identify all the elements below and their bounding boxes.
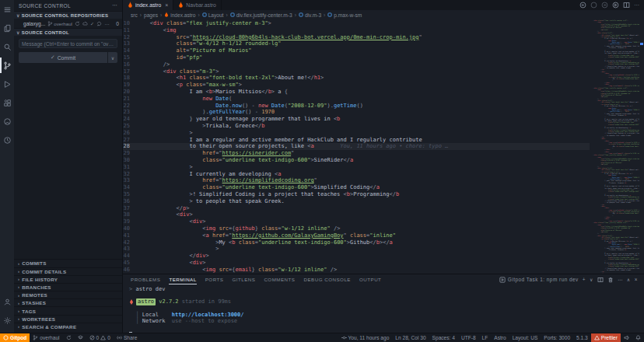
- commit-check-icon[interactable]: ✓: [90, 21, 94, 26]
- code-line[interactable]: 12 src="https://cloud-80hg6b4ls-hack-clu…: [123, 34, 590, 41]
- gitlens-blame-status[interactable]: You, 11 hours ago: [338, 333, 393, 342]
- code-line[interactable]: 25 >Trikala, Greece</b: [123, 123, 590, 130]
- nav-forward-icon[interactable]: [601, 2, 608, 9]
- code-line[interactable]: 36 > to people that speak Greek.: [123, 198, 590, 205]
- remote-indicator[interactable]: Gitpod: [0, 333, 30, 342]
- tree-item-stashes[interactable]: ›STASHES: [14, 298, 122, 306]
- share-status[interactable]: Share: [114, 333, 141, 342]
- code-line[interactable]: 24 } year old teenage programmer that li…: [123, 116, 590, 123]
- panel-tab-terminal[interactable]: TERMINAL: [169, 274, 196, 284]
- commit-message-input[interactable]: Message (Ctrl+Enter to commit on "overh.…: [19, 39, 117, 48]
- settings-gear-icon[interactable]: [0, 311, 14, 330]
- panel-more-icon[interactable]: ⋯: [618, 277, 623, 283]
- source-control-icon[interactable]: [0, 56, 14, 75]
- commit-dropdown[interactable]: ∨: [107, 52, 117, 63]
- code-line[interactable]: 17 <div class="m-3">: [123, 68, 590, 75]
- code-line[interactable]: 13 class="w-4/12 h-1/12 rounded-lg": [123, 40, 590, 47]
- timeline-icon[interactable]: [0, 131, 14, 149]
- tree-item-remotes[interactable]: ›REMOTES: [14, 291, 122, 298]
- panel-tab-ports[interactable]: PORTS: [205, 274, 224, 284]
- run-icon[interactable]: [612, 2, 619, 9]
- repository-row[interactable]: galaxyg... overhaul ✓ ⋯ 0: [14, 19, 122, 28]
- menu-icon[interactable]: [0, 0, 14, 19]
- github-icon[interactable]: [0, 112, 14, 131]
- code-line[interactable]: 28 to their open source projects, like <…: [123, 143, 590, 150]
- split-terminal-icon[interactable]: [597, 277, 604, 283]
- tree-item-commits[interactable]: ›COMMITS: [14, 259, 122, 267]
- new-terminal-icon[interactable]: +: [583, 277, 586, 282]
- refresh-icon[interactable]: [96, 21, 102, 26]
- code-line[interactable]: 19 <p class="max-w-sm">: [123, 82, 590, 89]
- maximize-panel-icon[interactable]: ∧: [627, 277, 631, 282]
- terminal-output[interactable]: > astro devastro v2.7.2 started in 99ms …: [129, 286, 636, 331]
- breadcrumb-item[interactable]: index.astro: [164, 12, 195, 18]
- code-line[interactable]: 43 >: [123, 246, 590, 253]
- close-panel-icon[interactable]: ×: [635, 277, 638, 282]
- code-line[interactable]: 39 <div>: [123, 218, 590, 225]
- search-icon[interactable]: [0, 37, 14, 56]
- breadcrumb-item[interactable]: Layout: [202, 12, 224, 18]
- code-line[interactable]: 30 class="underline text-indigo-600">Sin…: [123, 157, 590, 164]
- notifications-status[interactable]: [632, 333, 644, 342]
- account-icon[interactable]: [0, 292, 14, 311]
- repo-more-icon[interactable]: ⋯: [104, 21, 109, 26]
- tab-index.astro[interactable]: index.astro×: [123, 0, 173, 10]
- problems-status[interactable]: 0 0: [86, 333, 114, 342]
- split-editor-icon[interactable]: [623, 2, 630, 9]
- breadcrumb-item[interactable]: p.max-w-sm: [327, 12, 362, 18]
- code-line[interactable]: 27 I am a regular and active member of H…: [123, 137, 590, 144]
- extension-version[interactable]: 5.1.3: [573, 333, 591, 342]
- tree-item-worktrees[interactable]: ›WORKTREES: [14, 315, 122, 323]
- code-line[interactable]: 20 I am <b>Marios Mitsios</b> a {: [123, 89, 590, 96]
- tree-item-search-compare[interactable]: ›SEARCH & COMPARE: [14, 323, 122, 330]
- feedback-status[interactable]: [621, 333, 632, 342]
- cursor-position[interactable]: Ln 28, Col 30: [392, 333, 429, 342]
- keyboard-layout[interactable]: Layout: US: [509, 333, 541, 342]
- code-line[interactable]: 44 </div>: [123, 253, 590, 260]
- section-repositories[interactable]: ∨ SOURCE CONTROL REPOSITORIES: [14, 11, 122, 19]
- kill-terminal-icon[interactable]: [607, 277, 614, 283]
- code-line[interactable]: 10 <div class="flex justify-center m-3">: [123, 20, 590, 27]
- tree-item-tags[interactable]: ›TAGS: [14, 306, 122, 314]
- code-line[interactable]: 45 <div>: [123, 260, 590, 267]
- code-line[interactable]: 21 new Date(: [123, 96, 590, 103]
- code-line[interactable]: 38 <div>: [123, 211, 590, 218]
- explorer-icon[interactable]: [0, 19, 14, 37]
- tree-item-file-history[interactable]: ›FILE HISTORY: [14, 275, 122, 283]
- code-line[interactable]: 18 <h1 class="font-bold text-2xl">About …: [123, 75, 590, 82]
- code-line[interactable]: 11 <img: [123, 27, 590, 34]
- branch-status[interactable]: overhaul: [30, 333, 62, 342]
- code-line[interactable]: 40 <img src={github} class="w-1/12 inlin…: [123, 225, 590, 232]
- panel-tab-output[interactable]: OUTPUT: [359, 274, 381, 284]
- sync-status[interactable]: [63, 333, 75, 342]
- more-actions-icon[interactable]: ⋯: [634, 2, 639, 9]
- panel-tab-problems[interactable]: PROBLEMS: [131, 274, 160, 284]
- code-line[interactable]: 16 />: [123, 61, 590, 68]
- code-line[interactable]: 41 <a href="https://github.com/GalaxyGam…: [123, 232, 590, 239]
- code-line[interactable]: 34 class="underline text-indigo-600">Sim…: [123, 184, 590, 191]
- terminal-task-dropdown[interactable]: Gitpod Task 1: npm run dev: [499, 277, 579, 283]
- code-line[interactable]: 31 >: [123, 164, 590, 171]
- close-icon[interactable]: ×: [165, 2, 168, 8]
- code-line[interactable]: 29 href="https://sinerider.com": [123, 150, 590, 157]
- panel-tab-debug-console[interactable]: DEBUG CONSOLE: [303, 274, 350, 284]
- indentation[interactable]: Spaces: 4: [429, 333, 458, 342]
- breadcrumb-item[interactable]: div.m-3: [299, 12, 321, 18]
- sync-icon[interactable]: [75, 21, 80, 26]
- code-line[interactable]: 15 id="pfp": [123, 54, 590, 61]
- panel-tab-gitlens[interactable]: GITLENS: [232, 274, 255, 284]
- nav-circle-icon[interactable]: [590, 2, 597, 9]
- layers-status[interactable]: [75, 333, 86, 342]
- breadcrumb-item[interactable]: div.flex.justify-center.m-3: [230, 12, 292, 18]
- breadcrumb-item[interactable]: pages: [144, 12, 158, 18]
- encoding[interactable]: UTF-8: [458, 333, 479, 342]
- tree-item-commit-details[interactable]: ›COMMIT DETAILS: [14, 267, 122, 275]
- breadcrumb-item[interactable]: src: [131, 12, 138, 18]
- code-line[interactable]: 42 >My <b class="underline text-indigo-6…: [123, 239, 590, 246]
- prettier-status[interactable]: Prettier: [591, 333, 621, 342]
- panel-tab-comments[interactable]: COMMENTS: [264, 274, 295, 284]
- section-source-control[interactable]: ∨ SOURCE CONTROL: [14, 28, 122, 36]
- cloud-icon[interactable]: [82, 21, 88, 26]
- nav-back-icon[interactable]: [579, 2, 586, 9]
- code-line[interactable]: 33 href="https://simplifiedcoding.org": [123, 177, 590, 184]
